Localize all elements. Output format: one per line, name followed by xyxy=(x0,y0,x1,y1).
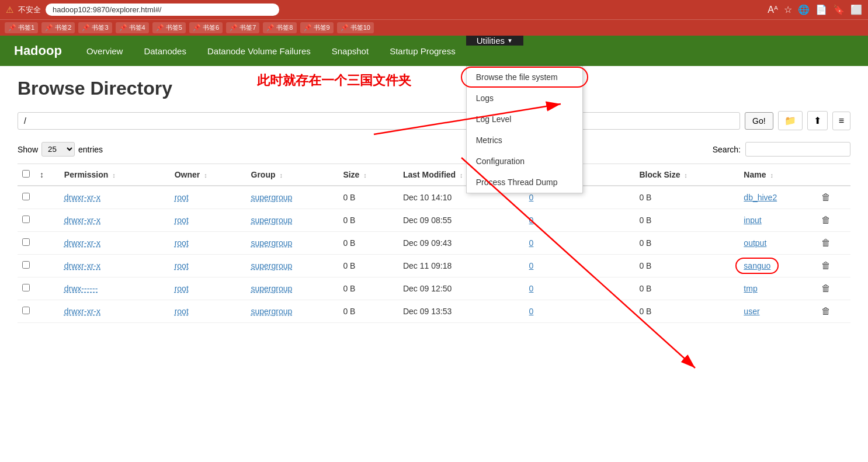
extension-icon[interactable]: 🔖 xyxy=(833,4,845,15)
metrics-menu-item[interactable]: Metrics xyxy=(467,130,582,151)
permission-link[interactable]: drwx------ xyxy=(64,284,98,293)
nav-item-snapshot[interactable]: Snapshot xyxy=(321,36,379,66)
row-checkbox[interactable] xyxy=(22,216,30,223)
row-owner[interactable]: root xyxy=(170,300,246,323)
th-owner[interactable]: Owner ↕ xyxy=(170,164,246,186)
bookmark-item[interactable]: 📌 书签1 xyxy=(5,22,38,33)
row-permission[interactable]: drwxr-xr-x xyxy=(60,209,170,232)
permission-link[interactable]: drwxr-xr-x xyxy=(64,238,100,248)
replication-link[interactable]: 0 xyxy=(529,193,534,202)
row-group[interactable]: supergroup xyxy=(246,209,339,232)
row-checkbox[interactable] xyxy=(22,284,30,291)
path-input[interactable] xyxy=(18,112,740,130)
row-replication[interactable]: 0 xyxy=(525,255,635,277)
group-link[interactable]: supergroup xyxy=(251,193,293,202)
name-link-sanguo[interactable]: sanguo xyxy=(744,261,770,270)
process-thread-dump-menu-item[interactable]: Process Thread Dump xyxy=(467,172,582,193)
th-permission[interactable]: Permission ↕ xyxy=(60,164,170,186)
folder-icon-button[interactable]: 📁 xyxy=(778,111,803,130)
delete-icon[interactable]: 🗑 xyxy=(821,306,831,316)
bookmark-item[interactable]: 📌 书签7 xyxy=(226,22,259,33)
nav-item-datanode-volume-failures[interactable]: Datanode Volume Failures xyxy=(197,36,321,66)
row-checkbox[interactable] xyxy=(22,193,30,200)
nav-item-startup-progress[interactable]: Startup Progress xyxy=(379,36,466,66)
page-icon[interactable]: 📄 xyxy=(815,4,827,15)
bookmark-item[interactable]: 📌 书签5 xyxy=(152,22,186,33)
bookmark-item[interactable]: 📌 书签10 xyxy=(337,22,374,33)
row-name[interactable]: db_hive2 xyxy=(739,186,816,209)
group-link[interactable]: supergroup xyxy=(251,307,293,316)
bookmark-icon[interactable]: ☆ xyxy=(784,4,792,15)
row-replication[interactable]: 0 xyxy=(525,277,635,300)
delete-icon[interactable]: 🗑 xyxy=(821,192,831,202)
replication-link[interactable]: 0 xyxy=(529,307,534,316)
row-replication[interactable]: 0 xyxy=(525,300,635,323)
bookmark-item[interactable]: 📌 书签8 xyxy=(263,22,296,33)
permission-link[interactable]: drwxr-xr-x xyxy=(64,216,100,225)
go-button[interactable]: Go! xyxy=(745,112,773,130)
th-size[interactable]: Size ↕ xyxy=(338,164,398,186)
row-group[interactable]: supergroup xyxy=(246,277,339,300)
group-link[interactable]: supergroup xyxy=(251,261,293,270)
replication-link[interactable]: 0 xyxy=(529,216,534,225)
delete-icon[interactable]: 🗑 xyxy=(821,260,831,270)
owner-link[interactable]: root xyxy=(175,193,189,202)
owner-link[interactable]: root xyxy=(175,307,189,316)
row-group[interactable]: supergroup xyxy=(246,186,339,209)
row-delete-cell[interactable]: 🗑 xyxy=(817,209,850,232)
logs-menu-item[interactable]: Logs xyxy=(467,88,582,109)
row-group[interactable]: supergroup xyxy=(246,232,339,255)
split-view-icon[interactable]: ⬜ xyxy=(850,4,862,15)
row-checkbox[interactable] xyxy=(22,238,30,246)
font-size-icon[interactable]: Aᴬ xyxy=(768,4,778,15)
list-icon-button[interactable]: ≡ xyxy=(832,112,850,130)
row-delete-cell[interactable]: 🗑 xyxy=(817,232,850,255)
th-name[interactable]: Name ↕ xyxy=(739,164,816,186)
group-link[interactable]: supergroup xyxy=(251,284,293,293)
owner-link[interactable]: root xyxy=(175,216,189,225)
bookmark-item[interactable]: 📌 书签2 xyxy=(41,22,75,33)
browser-icon[interactable]: 🌐 xyxy=(798,4,810,15)
row-checkbox[interactable] xyxy=(22,307,30,314)
th-sort[interactable]: ↕ xyxy=(35,164,60,186)
group-link[interactable]: supergroup xyxy=(251,216,293,225)
delete-icon[interactable]: 🗑 xyxy=(821,238,831,248)
row-delete-cell[interactable]: 🗑 xyxy=(817,277,850,300)
browse-fs-menu-item[interactable]: Browse the file system xyxy=(467,67,582,88)
log-level-menu-item[interactable]: Log Level xyxy=(467,109,582,130)
configuration-menu-item[interactable]: Configuration xyxy=(467,151,582,172)
row-permission[interactable]: drwx------ xyxy=(60,277,170,300)
row-owner[interactable]: root xyxy=(170,186,246,209)
name-link-input[interactable]: input xyxy=(744,216,761,225)
owner-link[interactable]: root xyxy=(175,238,189,248)
row-replication[interactable]: 0 xyxy=(525,209,635,232)
replication-link[interactable]: 0 xyxy=(529,261,534,270)
row-name[interactable]: user xyxy=(739,300,816,323)
row-name[interactable]: sanguo xyxy=(739,255,816,277)
row-owner[interactable]: root xyxy=(170,209,246,232)
row-owner[interactable]: root xyxy=(170,232,246,255)
row-delete-cell[interactable]: 🗑 xyxy=(817,300,850,323)
search-input[interactable] xyxy=(745,142,850,157)
replication-link[interactable]: 0 xyxy=(529,238,534,248)
owner-link[interactable]: root xyxy=(175,261,189,270)
navbar-brand[interactable]: Hadoop xyxy=(0,36,76,66)
name-link-output[interactable]: output xyxy=(744,238,766,248)
replication-link[interactable]: 0 xyxy=(529,284,534,293)
bookmark-item[interactable]: 📌 书签6 xyxy=(189,22,223,33)
delete-icon[interactable]: 🗑 xyxy=(821,283,831,293)
entries-count-select[interactable]: 25 50 100 xyxy=(41,142,75,157)
upload-icon-button[interactable]: ⬆ xyxy=(807,111,828,130)
delete-icon[interactable]: 🗑 xyxy=(821,215,831,225)
row-permission[interactable]: drwxr-xr-x xyxy=(60,255,170,277)
th-block-size[interactable]: Block Size ↕ xyxy=(634,164,739,186)
row-replication[interactable]: 0 xyxy=(525,232,635,255)
row-name[interactable]: input xyxy=(739,209,816,232)
bookmark-item[interactable]: 📌 书签9 xyxy=(300,22,334,33)
row-delete-cell[interactable]: 🗑 xyxy=(817,186,850,209)
nav-item-datanodes[interactable]: Datanodes xyxy=(133,36,197,66)
row-permission[interactable]: drwxr-xr-x xyxy=(60,186,170,209)
nav-item-utilities[interactable]: Utilities ▼ xyxy=(466,36,523,46)
row-owner[interactable]: root xyxy=(170,277,246,300)
name-link-db_hive2[interactable]: db_hive2 xyxy=(744,193,777,202)
